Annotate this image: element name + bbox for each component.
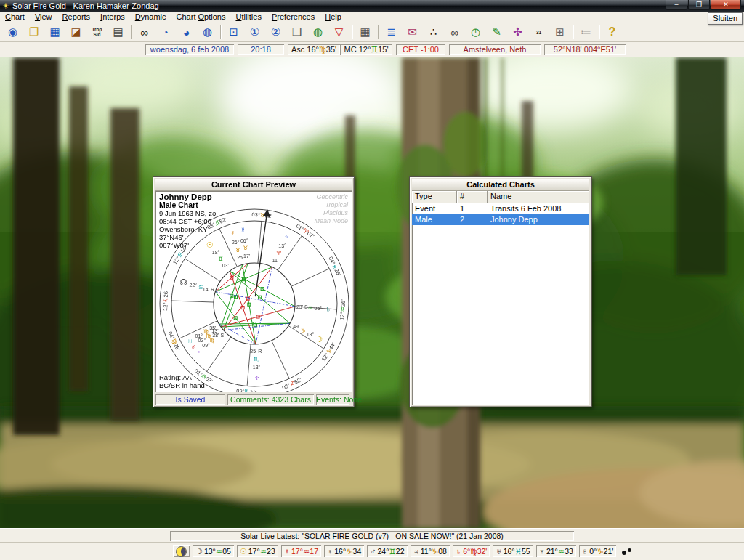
- calendar-31-button[interactable]: 31: [529, 23, 549, 41]
- eclipse-icon[interactable]: [619, 545, 634, 557]
- new-chart-icon: ◉: [8, 25, 17, 38]
- chart-list-cell: Johnny Depp: [488, 214, 589, 225]
- calculated-charts-title: Calculated Charts: [412, 179, 589, 191]
- life-events-button[interactable]: ✣: [508, 23, 527, 41]
- menu-utilities[interactable]: Utilities: [230, 12, 266, 23]
- menu-reports[interactable]: Reports: [57, 12, 96, 23]
- toolbar-separator: [599, 25, 599, 39]
- charts-column-name[interactable]: Name: [488, 191, 589, 203]
- planet-positions-bar: ☽13°♒05☉17°♒23☿17°♒17♀16°♑34♂24°♊22♃11°♑…: [0, 542, 744, 560]
- chart-search-button[interactable]: ∞: [134, 23, 154, 41]
- zone-box[interactable]: CET -1:00: [396, 44, 445, 55]
- toolbar-separator: [220, 25, 221, 39]
- save-chart-icon: ▦: [49, 25, 60, 38]
- planner-button[interactable]: ⊞: [550, 23, 570, 41]
- asc-box[interactable]: Asc 16°♍35': [288, 44, 340, 55]
- aspect-filter-icon: ▽: [335, 25, 344, 38]
- zodiac-toggle-button[interactable]: TropSid: [87, 23, 107, 41]
- view-chart-1-icon: ①: [250, 25, 259, 38]
- view-chart-button[interactable]: ⊡: [224, 23, 243, 41]
- interps-list-button[interactable]: ≔: [576, 23, 596, 41]
- chart-search-icon: ∞: [140, 26, 148, 38]
- menu-interps[interactable]: Interps: [95, 12, 130, 23]
- menu-view[interactable]: View: [30, 12, 57, 23]
- chart-type: Male Chart: [159, 201, 216, 209]
- progressed-chart-button[interactable]: ◔: [155, 23, 175, 41]
- composite-chart-button[interactable]: ◍: [198, 23, 217, 41]
- chart-list-row[interactable]: Event1Transits 6 Feb 2008: [412, 203, 589, 214]
- mc-box[interactable]: MC 12°♊15': [340, 44, 392, 55]
- svg-text:01°♈07': 01°♈07': [295, 222, 316, 240]
- svg-text:♇: ♇: [195, 348, 201, 357]
- charts-column-type[interactable]: Type: [412, 191, 457, 203]
- close-button[interactable]: ✕: [711, 0, 741, 10]
- aspect-filter-button[interactable]: ▽: [329, 23, 349, 41]
- print-button[interactable]: ▤: [108, 23, 128, 41]
- svg-text:♍: ♍: [210, 337, 215, 344]
- preview-status-bar: Is SavedComments: 4323 CharsEvents: None: [155, 394, 352, 405]
- svg-text:18°: 18°: [212, 250, 220, 255]
- calculated-charts-window: Calculated Charts Type#Name Event1Transi…: [409, 176, 592, 407]
- svg-text:☊: ☊: [180, 277, 187, 286]
- open-chart-icon: ❐: [29, 25, 39, 38]
- save-chart-button[interactable]: ▦: [45, 23, 65, 41]
- toolbar-separator: [378, 25, 379, 39]
- dynamic-report-button[interactable]: ≣: [381, 23, 401, 41]
- new-chart-button[interactable]: ◉: [3, 23, 23, 41]
- electional-search-button[interactable]: ∞: [445, 23, 464, 41]
- world-globe-button[interactable]: ◍: [308, 23, 328, 41]
- solar-live-bar: Solar Live Latest: "SOLAR FIRE GOLD (v7)…: [0, 528, 744, 543]
- chart-list-row[interactable]: Male2Johnny Depp: [412, 214, 589, 225]
- astro-map-button[interactable]: ✉: [403, 23, 422, 41]
- svg-text:♉: ♉: [235, 247, 240, 253]
- menu-preferences[interactable]: Preferences: [267, 12, 320, 23]
- aspect-grid-button[interactable]: ▦: [355, 23, 375, 41]
- sign-glyph: ♑: [597, 545, 603, 557]
- eclipse-search-button[interactable]: ∴: [424, 23, 443, 41]
- minimize-button[interactable]: –: [666, 0, 687, 10]
- chart-lon: 087°W07': [159, 241, 216, 249]
- menu-chart-options[interactable]: Chart Options: [171, 12, 231, 23]
- retrieve-chart-button[interactable]: ◪: [66, 23, 86, 41]
- atlas-edit-button[interactable]: ✎: [487, 23, 506, 41]
- zodiac-toggle-icon: TropSid: [92, 27, 102, 37]
- help-button[interactable]: ?: [602, 23, 622, 41]
- svg-text:08°♐52': 08°♐52': [281, 376, 303, 391]
- return-chart-button[interactable]: ◕: [177, 23, 196, 41]
- svg-text:☽: ☽: [315, 335, 323, 344]
- time-box[interactable]: 20:18: [238, 44, 284, 55]
- svg-text:06°: 06°: [240, 238, 248, 243]
- view-chart-1-button[interactable]: ①: [245, 23, 264, 41]
- open-chart-button[interactable]: ❐: [24, 23, 44, 41]
- calendar-31-icon: 31: [536, 30, 541, 35]
- info-bar: woensdag, 6 feb 200820:18Asc 16°♍35'MC 1…: [0, 42, 744, 57]
- svg-text:♊: ♊: [218, 256, 223, 262]
- charts-column-num[interactable]: #: [457, 191, 488, 203]
- sign-glyph: ♍: [470, 545, 477, 557]
- sign-glyph: ♊: [371, 45, 378, 54]
- svg-text:12°♒26': 12°♒26': [339, 299, 347, 320]
- chart-preview-area[interactable]: Johnny Depp Male Chart 9 Jun 1963 NS, zo…: [155, 191, 352, 392]
- solar-live-message[interactable]: Solar Live Latest: "SOLAR FIRE GOLD (v7)…: [170, 531, 574, 541]
- maximize-button[interactable]: ❐: [688, 0, 710, 10]
- moon-phase-icon[interactable]: [173, 545, 190, 557]
- menu-chart[interactable]: Chart: [0, 12, 30, 23]
- calculated-charts-list[interactable]: Type#Name Event1Transits 6 Feb 2008Male2…: [412, 191, 589, 405]
- view-chart-2-button[interactable]: ②: [266, 23, 286, 41]
- print-pages-button[interactable]: ❏: [287, 23, 307, 41]
- coords-box[interactable]: 52°N18' 004°E51': [544, 44, 626, 55]
- svg-text:12°♌26': 12°♌26': [162, 290, 169, 311]
- time-tools-button[interactable]: ◷: [466, 23, 485, 41]
- chart-info: Johnny Depp Male Chart 9 Jun 1963 NS, zo…: [159, 193, 216, 249]
- menu-help[interactable]: Help: [320, 12, 347, 23]
- menu-dynamic[interactable]: Dynamic: [130, 12, 171, 23]
- planet-position: ♃11°♑08: [411, 545, 450, 557]
- toolbar-separator: [352, 25, 352, 39]
- dynamic-report-icon: ≣: [387, 25, 396, 38]
- svg-text:26°: 26°: [232, 240, 240, 245]
- chart-list-cell: 1: [457, 203, 488, 214]
- toolbar: ◉❐▦◪TropSid▤∞◔◕◍⊡①②❏◍▽▦≣✉∴∞◷✎✣31⊞≔?: [0, 23, 744, 42]
- sign-glyph: ♓: [515, 545, 522, 557]
- place-box[interactable]: Amstelveen, Neth: [449, 44, 541, 55]
- date-box[interactable]: woensdag, 6 feb 2008: [145, 44, 234, 55]
